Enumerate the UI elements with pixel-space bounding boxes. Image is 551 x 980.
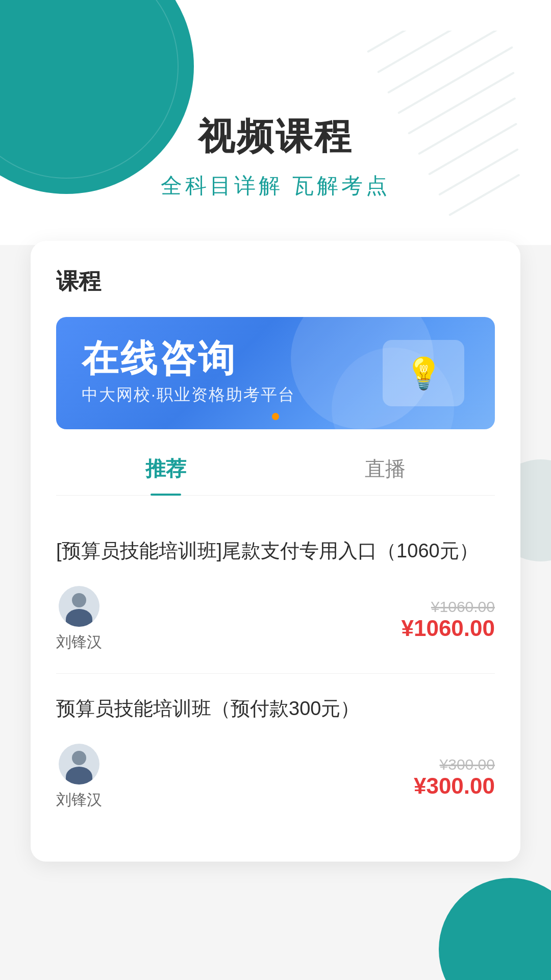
course-list: [预算员技能培训班]尾款支付专用入口（1060元） 刘锋汉 ¥1060.00 ¥…: [56, 516, 495, 831]
course-item-2[interactable]: 预算员技能培训班（预付款300元） 刘锋汉 ¥300.00 ¥300.00: [56, 674, 495, 831]
decoration-circle-bottom-right: [439, 878, 551, 980]
page-subtitle: 全科目详解 瓦解考点: [0, 172, 551, 200]
teacher-name-1: 刘锋汉: [56, 632, 102, 653]
banner-pagination: [272, 413, 279, 420]
banner-main-text: 在线咨询: [82, 340, 295, 377]
avatar-2: [59, 744, 99, 785]
current-price-1: ¥1060.00: [401, 616, 495, 641]
price-area-1: ¥1060.00 ¥1060.00: [401, 598, 495, 641]
banner-icon-box: [383, 340, 464, 406]
page-header: 视频课程 全科目详解 瓦解考点: [0, 0, 551, 200]
main-card: 课程 在线咨询 中大网校·职业资格助考平台 推荐 直播 [预算员技能培训班]尾款…: [31, 241, 520, 862]
course-footer-2: 刘锋汉 ¥300.00 ¥300.00: [56, 744, 495, 811]
page-title: 视频课程: [0, 112, 551, 161]
original-price-2: ¥300.00: [414, 756, 495, 773]
current-price-2: ¥300.00: [414, 773, 495, 799]
course-footer-1: 刘锋汉 ¥1060.00 ¥1060.00: [56, 586, 495, 653]
banner-text-wrapper: 在线咨询 中大网校·职业资格助考平台: [82, 340, 295, 406]
banner-dot-1: [272, 413, 279, 420]
price-area-2: ¥300.00 ¥300.00: [414, 756, 495, 799]
course-item-1[interactable]: [预算员技能培训班]尾款支付专用入口（1060元） 刘锋汉 ¥1060.00 ¥…: [56, 516, 495, 674]
banner-icon-area: [383, 340, 464, 406]
course-title-1: [预算员技能培训班]尾款支付专用入口（1060元）: [56, 536, 495, 566]
banner-sub-text: 中大网校·职业资格助考平台: [82, 384, 295, 406]
banner[interactable]: 在线咨询 中大网校·职业资格助考平台: [56, 317, 495, 429]
section-label: 课程: [56, 266, 495, 297]
tab-recommended[interactable]: 推荐: [56, 455, 276, 495]
avatar-1: [59, 586, 99, 627]
course-title-2: 预算员技能培训班（预付款300元）: [56, 694, 495, 723]
teacher-info-1: 刘锋汉: [56, 586, 102, 653]
tab-live[interactable]: 直播: [276, 455, 495, 495]
teacher-info-2: 刘锋汉: [56, 744, 102, 811]
teacher-name-2: 刘锋汉: [56, 790, 102, 811]
original-price-1: ¥1060.00: [401, 598, 495, 616]
course-tabs: 推荐 直播: [56, 455, 495, 496]
